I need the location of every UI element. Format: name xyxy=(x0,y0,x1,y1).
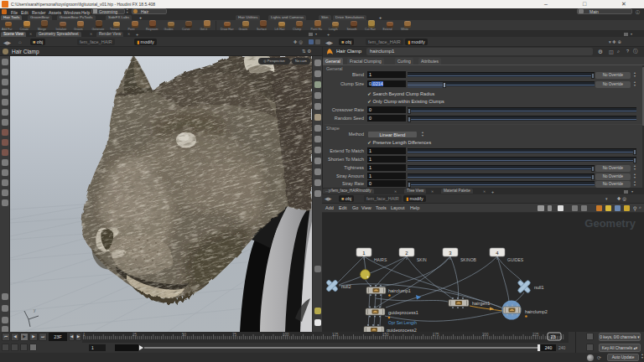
svg-text:150: 150 xyxy=(382,333,389,337)
svg-text:hairgen1: hairgen1 xyxy=(472,301,490,306)
svg-text:hairclump1: hairclump1 xyxy=(388,288,411,293)
svg-text:23: 23 xyxy=(551,334,556,339)
svg-text:null2: null2 xyxy=(341,284,351,289)
svg-text:hairclump2: hairclump2 xyxy=(525,309,548,314)
svg-text:null1: null1 xyxy=(534,285,544,290)
svg-text:225: 225 xyxy=(532,333,539,337)
svg-text:50: 50 xyxy=(182,333,187,337)
svg-text:SKINOB: SKINOB xyxy=(460,257,477,262)
svg-text:25: 25 xyxy=(132,333,138,337)
svg-text:SKIN: SKIN xyxy=(417,257,427,262)
svg-text:Geometry: Geometry xyxy=(584,217,636,230)
svg-text:200: 200 xyxy=(482,333,489,337)
svg-text:GUIDES: GUIDES xyxy=(507,257,524,262)
svg-text:75: 75 xyxy=(232,333,237,337)
svg-text:guideprocess1: guideprocess1 xyxy=(388,310,418,315)
svg-text:Opr Set Length: Opr Set Length xyxy=(388,320,417,325)
svg-text:100: 100 xyxy=(283,333,289,337)
svg-text:175: 175 xyxy=(433,333,439,337)
svg-text:HAIRS: HAIRS xyxy=(374,257,387,262)
svg-text:125: 125 xyxy=(332,333,339,337)
